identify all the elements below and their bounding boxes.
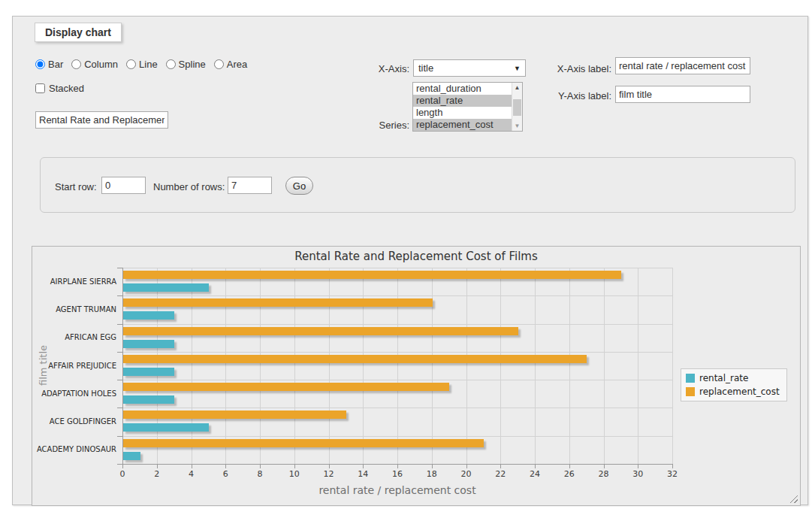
gridline-vertical: [672, 268, 673, 464]
y-axis-label-input[interactable]: [615, 86, 750, 103]
start-row-label: Start row:: [55, 181, 107, 192]
scroll-up-icon[interactable]: ▲: [512, 83, 522, 92]
x-tick: [329, 464, 330, 468]
legend-swatch: [686, 374, 695, 383]
chart-type-group: BarColumnLineSplineArea: [35, 59, 247, 70]
x-axis-label-input[interactable]: [615, 57, 750, 74]
category-label: ADAPTATION HOLES: [35, 389, 116, 398]
x-axis-select[interactable]: title ▼: [413, 59, 526, 77]
bar-replacement_cost: [123, 271, 621, 279]
x-tick: [157, 464, 158, 468]
x-axis-select-label: X-Axis:: [355, 63, 409, 74]
x-tick-label: 8: [258, 469, 263, 479]
category-label: ACADEMY DINOSAUR: [35, 445, 116, 453]
gridline-vertical: [192, 268, 192, 464]
legend-item[interactable]: replacement_cost: [686, 386, 780, 397]
series-option[interactable]: replacement_cost: [413, 119, 512, 131]
bar-rental_rate: [123, 368, 174, 376]
display-chart-panel: Display chart BarColumnLineSplineArea St…: [12, 16, 808, 505]
chart-type-option-spline[interactable]: Spline: [166, 59, 206, 70]
chart-type-option-label: Spline: [179, 59, 206, 70]
x-tick: [500, 464, 501, 468]
number-of-rows-input[interactable]: [228, 177, 272, 194]
category-label: AFRICAN EGG: [35, 333, 116, 341]
chart-type-radio[interactable]: [126, 59, 136, 69]
y-tick: [117, 352, 122, 353]
stacked-option[interactable]: Stacked: [35, 83, 84, 94]
gridline-vertical: [157, 268, 158, 464]
bar-replacement_cost: [123, 439, 484, 447]
y-tick: [117, 380, 122, 380]
x-tick-label: 18: [427, 469, 437, 479]
x-tick-label: 22: [495, 469, 506, 479]
bar-rental_rate: [123, 423, 209, 432]
legend-swatch: [686, 387, 695, 396]
gridline-horizontal: [122, 324, 672, 325]
series-option[interactable]: rental_duration: [413, 83, 512, 95]
gridline-horizontal: [122, 436, 672, 437]
legend-item[interactable]: rental_rate: [686, 373, 780, 383]
chart-type-option-bar[interactable]: Bar: [35, 59, 63, 70]
x-tick: [363, 464, 364, 468]
category-label: ACE GOLDFINGER: [35, 417, 116, 426]
x-tick: [604, 464, 605, 468]
stacked-label: Stacked: [49, 83, 84, 94]
gridline-horizontal: [122, 380, 672, 380]
chart-type-radio[interactable]: [35, 59, 45, 69]
gridline-horizontal: [122, 268, 672, 268]
gridline-vertical: [294, 268, 295, 464]
row-controls-panel: Start row: Number of rows: Go: [40, 157, 795, 213]
y-axis-line: [122, 268, 123, 464]
chart-title-input[interactable]: [35, 111, 168, 129]
resize-grip-icon[interactable]: [789, 495, 798, 503]
x-tick-label: 28: [599, 469, 609, 479]
gridline-vertical: [500, 268, 501, 464]
chart-type-radio[interactable]: [166, 59, 176, 69]
x-tick: [397, 464, 398, 468]
x-tick-label: 4: [189, 469, 194, 479]
series-option[interactable]: rental_rate: [413, 95, 512, 107]
x-axis-selected-value: title: [418, 62, 433, 74]
chart-type-radio[interactable]: [71, 59, 81, 69]
x-tick-label: 10: [289, 469, 300, 479]
chart-container: Rental Rate and Replacement Cost of Film…: [32, 246, 801, 506]
x-tick-label: 16: [392, 469, 403, 479]
chart-type-option-label: Area: [227, 59, 247, 70]
x-tick: [672, 464, 673, 468]
series-scrollbar[interactable]: ▲ ▼: [512, 83, 522, 131]
gridline-horizontal: [122, 407, 672, 408]
gridline-horizontal: [122, 352, 672, 353]
x-tick-label: 20: [461, 469, 472, 479]
gridline-horizontal: [122, 295, 672, 296]
chart-type-radio[interactable]: [214, 59, 224, 69]
chart-type-option-line[interactable]: Line: [126, 59, 158, 70]
start-row-input[interactable]: [101, 177, 146, 194]
bar-replacement_cost: [123, 383, 449, 391]
x-tick: [192, 464, 192, 468]
x-tick-label: 32: [667, 469, 678, 479]
x-tick-label: 14: [358, 469, 368, 479]
chart-type-option-column[interactable]: Column: [71, 59, 118, 70]
x-tick: [535, 464, 536, 468]
scroll-down-icon[interactable]: ▼: [512, 121, 522, 131]
legend-label: replacement_cost: [699, 386, 780, 397]
chart-x-axis-title: rental rate / replacement cost: [318, 484, 475, 496]
x-tick: [432, 464, 433, 468]
chart-title: Rental Rate and Replacement Cost of Film…: [32, 250, 800, 263]
series-listbox[interactable]: rental_durationrental_ratelengthreplacem…: [412, 82, 523, 132]
series-option[interactable]: length: [413, 107, 512, 119]
gridline-vertical: [432, 268, 433, 464]
bar-rental_rate: [123, 311, 174, 320]
gridline-vertical: [638, 268, 638, 464]
chart-legend: rental_ratereplacement_cost: [681, 368, 787, 401]
stacked-checkbox[interactable]: [35, 83, 45, 93]
y-tick: [117, 324, 122, 325]
y-tick: [117, 436, 122, 437]
chart-type-option-area[interactable]: Area: [214, 59, 247, 70]
scrollbar-thumb[interactable]: [513, 99, 521, 116]
bar-rental_rate: [123, 395, 174, 404]
gridline-vertical: [225, 268, 226, 464]
go-button[interactable]: Go: [285, 177, 313, 195]
chart-type-option-label: Column: [84, 59, 118, 70]
category-label: AGENT TRUMAN: [35, 305, 116, 314]
